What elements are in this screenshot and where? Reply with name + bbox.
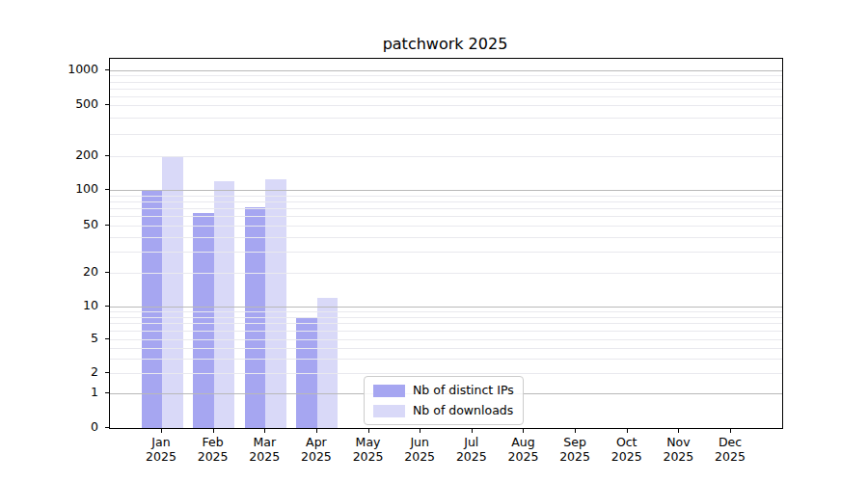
gridline-minor <box>110 252 782 253</box>
gridline-minor <box>110 201 782 202</box>
gridline-major <box>110 307 782 308</box>
gridline-minor <box>110 208 782 209</box>
legend-swatch-distinct-ips <box>373 385 405 397</box>
x-tick-mark <box>213 429 214 433</box>
gridline-minor <box>110 118 782 119</box>
y-tick-mark <box>105 338 109 339</box>
x-tick-mark <box>161 429 162 433</box>
gridline-minor <box>110 75 782 76</box>
y-tick-mark <box>105 225 109 226</box>
gridline-major <box>110 190 782 191</box>
x-tick-mark <box>678 429 679 433</box>
gridline-minor <box>110 96 782 97</box>
x-tick-mark <box>472 429 473 433</box>
y-tick-mark <box>105 427 109 428</box>
y-tick-label: 100 <box>75 181 98 197</box>
y-tick-mark <box>105 392 109 393</box>
gridline-minor <box>110 226 782 227</box>
plot-area: Nb of distinct IPs Nb of downloads <box>109 58 783 429</box>
y-tick-label: 5 <box>91 331 98 346</box>
gridline-minor <box>110 82 782 83</box>
x-tick-mark <box>575 429 576 433</box>
legend-label-downloads: Nb of downloads <box>413 403 513 418</box>
y-tick-mark <box>105 306 109 307</box>
gridline-major <box>110 70 782 71</box>
gridline-minor <box>110 105 782 106</box>
gridline-minor <box>110 196 782 197</box>
gridline-minor <box>110 359 782 360</box>
gridline-minor <box>110 373 782 374</box>
gridline-minor <box>110 331 782 332</box>
y-tick-mark <box>105 272 109 273</box>
y-tick-label: 50 <box>83 217 98 232</box>
y-tick-label: 1000 <box>68 62 98 77</box>
gridline-minor <box>110 317 782 318</box>
legend-item-distinct-ips: Nb of distinct IPs <box>373 383 514 398</box>
gridline-minor <box>110 237 782 238</box>
legend-label-distinct-ips: Nb of distinct IPs <box>413 383 514 398</box>
x-tick-mark <box>368 429 369 433</box>
gridline-minor <box>110 311 782 312</box>
gridline-minor <box>110 89 782 90</box>
bar-downloads-jan <box>162 157 183 428</box>
y-tick-mark <box>105 69 109 70</box>
y-tick-mark <box>105 155 109 156</box>
gridline-minor <box>110 156 782 157</box>
gridline-minor <box>110 134 782 135</box>
x-tick-mark <box>730 429 731 433</box>
gridline-minor <box>110 323 782 324</box>
y-tick-label: 500 <box>75 96 98 112</box>
y-tick-mark <box>105 372 109 373</box>
y-tick-label: 0 <box>91 419 98 435</box>
gridline-minor <box>110 339 782 340</box>
x-tick-mark <box>264 429 265 433</box>
x-tick-mark <box>316 429 317 433</box>
legend-item-downloads: Nb of downloads <box>373 403 514 418</box>
x-tick-mark <box>420 429 420 433</box>
x-tick-mark <box>523 429 524 433</box>
gridline-minor <box>110 273 782 274</box>
y-tick-label: 1 <box>91 385 98 400</box>
legend: Nb of distinct IPs Nb of downloads <box>364 376 524 425</box>
legend-swatch-downloads <box>373 405 405 417</box>
x-tick-label: Dec2025 <box>699 435 761 464</box>
chart-title: patchwork 2025 <box>109 35 781 53</box>
gridline-minor <box>110 348 782 349</box>
y-tick-mark <box>105 189 109 190</box>
y-tick-label: 20 <box>83 264 98 280</box>
chart-figure: patchwork 2025 Nb of distinct IPs Nb of … <box>0 0 868 482</box>
x-tick-mark <box>627 429 628 433</box>
y-tick-label: 2 <box>91 364 98 380</box>
bar-distinct-ips-feb <box>193 213 214 428</box>
y-tick-label: 200 <box>75 147 98 163</box>
gridline-minor <box>110 216 782 217</box>
y-tick-mark <box>105 104 109 105</box>
bar-downloads-feb <box>214 181 235 428</box>
y-tick-label: 10 <box>83 298 98 313</box>
